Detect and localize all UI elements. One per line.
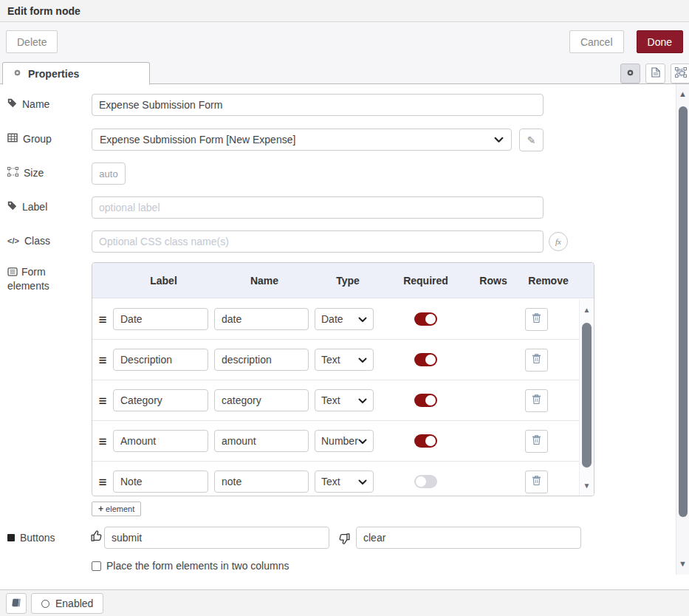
size-button[interactable]: auto <box>92 162 126 185</box>
drag-handle-icon[interactable]: ≡ <box>98 394 106 408</box>
required-toggle[interactable] <box>414 312 437 326</box>
two-columns-checkbox[interactable] <box>92 561 101 571</box>
size-field-label: Size <box>7 167 44 179</box>
element-label-input[interactable] <box>113 349 208 371</box>
drag-handle-icon[interactable]: ≡ <box>98 475 106 489</box>
table-scrollbar-thumb[interactable] <box>582 323 592 468</box>
drag-handle-icon[interactable]: ≡ <box>98 434 106 448</box>
tag-icon <box>7 201 17 213</box>
trash-icon <box>532 353 541 366</box>
required-toggle[interactable] <box>414 434 437 448</box>
element-name-input[interactable] <box>214 430 309 452</box>
form-element-row-date: ≡ Date <box>92 299 580 340</box>
element-type-select[interactable]: Number <box>315 430 374 452</box>
dialog-header: Edit form node <box>0 0 689 22</box>
delete-element-button[interactable] <box>525 349 548 372</box>
element-name-input[interactable] <box>214 389 309 411</box>
tab-properties-label: Properties <box>28 68 79 80</box>
drag-handle-icon[interactable]: ≡ <box>98 312 106 326</box>
required-toggle[interactable] <box>414 475 437 488</box>
element-name-input[interactable] <box>214 308 309 330</box>
scroll-up-icon[interactable]: ▲ <box>676 89 689 99</box>
element-label-input[interactable] <box>113 389 208 411</box>
chevron-down-icon <box>358 435 367 447</box>
properties-panel: Name Group Expense Submission Form [New … <box>0 84 689 589</box>
element-name-input[interactable] <box>214 349 309 371</box>
delete-element-button[interactable] <box>525 430 548 453</box>
column-rows: Rows <box>470 275 516 287</box>
form-element-row-category: ≡ Text <box>92 380 580 421</box>
class-field-label: </> Class <box>7 235 50 247</box>
scroll-down-icon[interactable]: ▼ <box>580 481 594 491</box>
edit-group-button[interactable]: ✎ <box>519 129 544 151</box>
scroll-up-icon[interactable]: ▲ <box>580 305 594 315</box>
buttons-field-label: Buttons <box>7 532 55 544</box>
object-group-icon <box>7 167 18 179</box>
panel-scrollbar[interactable]: ▲ ▼ <box>676 84 689 575</box>
trash-icon <box>532 475 541 488</box>
list-icon <box>7 266 21 278</box>
element-name-input[interactable] <box>214 470 309 493</box>
panel-scrollbar-thumb[interactable] <box>679 106 688 517</box>
label-input[interactable] <box>92 196 544 219</box>
two-columns-row: Place the form elements in two columns <box>92 560 289 572</box>
name-input[interactable] <box>92 94 544 116</box>
element-type-select[interactable]: Text <box>315 349 374 371</box>
editor-tabbar: Properties <box>0 62 689 84</box>
required-toggle[interactable] <box>414 394 437 407</box>
element-type-select[interactable]: Text <box>315 470 374 493</box>
delete-button[interactable]: Delete <box>6 30 58 53</box>
delete-element-button[interactable] <box>525 389 548 412</box>
group-field-label: Group <box>7 133 52 145</box>
chevron-down-icon <box>358 394 367 406</box>
node-properties-button[interactable] <box>620 64 640 83</box>
form-elements-table: Label Name Type Required Rows Remove ≡ D… <box>92 262 594 496</box>
name-field-label: Name <box>7 98 49 110</box>
form-element-row-amount: ≡ Number <box>92 421 580 462</box>
cancel-button[interactable]: Cancel <box>569 30 624 53</box>
trash-icon <box>532 394 541 407</box>
element-label-input[interactable] <box>113 470 208 493</box>
circle-icon <box>41 600 49 608</box>
pencil-icon: ✎ <box>527 134 536 146</box>
trash-icon <box>532 434 541 448</box>
thumbs-up-icon <box>90 530 103 544</box>
document-icon <box>651 67 660 80</box>
element-label-input[interactable] <box>113 308 208 330</box>
drag-handle-icon[interactable]: ≡ <box>98 353 106 367</box>
add-element-button[interactable]: + element <box>92 502 141 516</box>
delete-element-button[interactable] <box>525 470 548 493</box>
tab-properties[interactable]: Properties <box>2 62 150 85</box>
required-toggle[interactable] <box>414 353 437 366</box>
label-field-label: Label <box>7 201 47 213</box>
class-input[interactable] <box>92 230 544 253</box>
enabled-label: Enabled <box>55 598 93 609</box>
element-label-input[interactable] <box>113 430 208 452</box>
scroll-down-icon[interactable]: ▼ <box>676 558 689 569</box>
node-description-button[interactable] <box>645 64 665 83</box>
tag-icon <box>7 98 17 110</box>
fx-button[interactable]: fx <box>549 232 568 251</box>
code-icon: </> <box>7 236 19 245</box>
edit-form-node-dialog: Edit form node Delete Cancel Done Proper… <box>0 0 689 616</box>
delete-element-button[interactable] <box>525 308 548 331</box>
chevron-down-icon <box>358 313 367 325</box>
book-icon <box>11 598 21 609</box>
form-elements-rows: ≡ Date ≡ Text <box>92 299 580 496</box>
toolbar-right-group: Cancel Done <box>569 30 683 53</box>
element-type-select[interactable]: Text <box>315 389 374 411</box>
table-grid-icon <box>7 133 18 145</box>
table-scrollbar[interactable]: ▲ ▼ <box>579 299 594 496</box>
column-remove: Remove <box>516 275 580 287</box>
clear-button-label-input[interactable] <box>356 527 581 549</box>
node-help-button[interactable] <box>6 593 27 614</box>
submit-button-label-input[interactable] <box>104 527 329 549</box>
dialog-footer: Enabled <box>0 589 689 616</box>
node-appearance-button[interactable] <box>671 64 689 83</box>
element-type-select[interactable]: Date <box>315 308 374 330</box>
gear-icon <box>625 68 635 80</box>
group-select[interactable]: Expense Submission Form [New Expense] <box>92 129 512 151</box>
node-enabled-toggle[interactable]: Enabled <box>31 593 103 614</box>
done-button[interactable]: Done <box>637 30 683 53</box>
column-name: Name <box>214 275 315 287</box>
